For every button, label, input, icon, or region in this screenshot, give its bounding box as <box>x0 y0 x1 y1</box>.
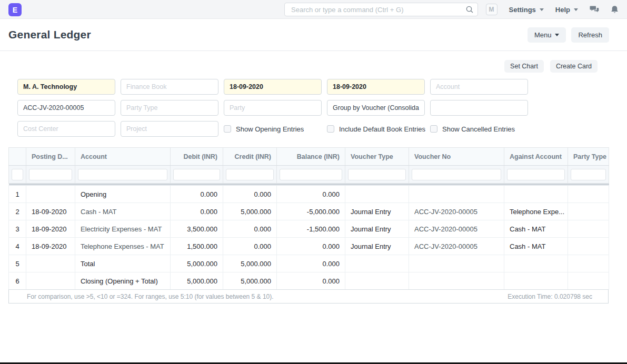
cell-row-index: 3 <box>9 220 26 238</box>
menu-button-label: Menu <box>534 31 552 39</box>
chevron-down-icon <box>555 34 559 36</box>
column-filter-account[interactable] <box>78 169 167 180</box>
show-cancelled-entries-label: Show Cancelled Entries <box>442 125 515 133</box>
finance-book-filter[interactable] <box>121 79 218 95</box>
cell-voucher-type <box>345 186 409 203</box>
report-filters: Show Opening Entries Include Default Boo… <box>0 73 627 147</box>
settings-menu[interactable]: Settings <box>509 6 544 14</box>
bell-icon[interactable] <box>611 5 619 14</box>
cell-balance: 0.000 <box>277 255 345 272</box>
cell-credit: 0.000 <box>223 238 277 255</box>
app-logo[interactable]: E <box>8 3 22 16</box>
column-filter-posting-date[interactable] <box>29 169 72 180</box>
column-header-debit[interactable]: Debit (INR) <box>171 148 223 166</box>
cell-account[interactable]: Cash - MAT <box>75 203 171 220</box>
cell-debit: 1,500.000 <box>171 238 223 255</box>
cell-posting-date <box>26 272 75 290</box>
cell-account[interactable]: Electricity Expenses - MAT <box>75 220 171 238</box>
cell-voucher-type: Journal Entry <box>345 203 409 220</box>
column-header-balance[interactable]: Balance (INR) <box>277 148 345 166</box>
cell-voucher-type <box>345 255 409 272</box>
column-header-voucher-no[interactable]: Voucher No <box>409 148 504 166</box>
voucher-no-filter[interactable] <box>17 100 115 116</box>
column-header-account[interactable]: Account <box>75 148 171 166</box>
column-filter-credit[interactable] <box>226 169 274 180</box>
filter-hint-text: For comparison, use >5, <10 or =324. For… <box>27 293 274 300</box>
navbar-right: M Settings Help <box>486 0 619 19</box>
cell-account: Closing (Opening + Total) <box>75 272 171 290</box>
show-opening-entries-checkbox[interactable]: Show Opening Entries <box>224 125 322 133</box>
report-table: Posting D... Account Debit (INR) Credit … <box>8 147 609 304</box>
cell-posting-date <box>26 255 75 272</box>
help-menu[interactable]: Help <box>555 6 578 14</box>
set-chart-button[interactable]: Set Chart <box>504 60 544 73</box>
table-footer: For comparison, use >5, <10 or =324. For… <box>8 289 609 304</box>
chevron-down-icon <box>574 8 578 11</box>
table-row: 1 Opening 0.000 0.000 0.000 <box>9 186 609 203</box>
search-input[interactable] <box>284 3 478 16</box>
column-header-credit[interactable]: Credit (INR) <box>223 148 277 166</box>
page-title: General Ledger <box>8 28 91 41</box>
company-filter[interactable] <box>17 79 115 95</box>
cell-against-account: Cash - MAT <box>504 220 568 238</box>
cell-row-index: 5 <box>9 255 26 272</box>
column-header-against-account[interactable]: Against Account <box>504 148 568 166</box>
from-date-filter[interactable] <box>224 79 322 95</box>
cell-voucher-no[interactable]: ACC-JV-2020-00005 <box>409 238 504 255</box>
cell-party-type <box>568 255 609 272</box>
column-filter-balance[interactable] <box>280 169 342 180</box>
cell-voucher-no <box>409 272 504 290</box>
cell-credit: 0.000 <box>223 186 277 203</box>
table-filter-row <box>9 166 609 184</box>
show-cancelled-entries-checkbox[interactable]: Show Cancelled Entries <box>430 125 528 133</box>
report-actions: Set Chart Create Card <box>0 51 627 73</box>
cell-voucher-no <box>409 255 504 272</box>
cell-account: Opening <box>75 186 171 203</box>
cell-account: Total <box>75 255 171 272</box>
cost-center-filter[interactable] <box>17 121 115 137</box>
cell-balance: -5,000.000 <box>277 203 345 220</box>
account-filter[interactable] <box>430 79 528 95</box>
cell-posting-date: 18-09-2020 <box>26 238 75 255</box>
column-filter-debit[interactable] <box>173 169 220 180</box>
column-filter-voucher-type[interactable] <box>348 169 406 180</box>
cell-voucher-no[interactable]: ACC-JV-2020-00005 <box>409 220 504 238</box>
refresh-button[interactable]: Refresh <box>571 27 609 43</box>
cell-against-account <box>504 186 568 203</box>
show-opening-entries-label: Show Opening Entries <box>236 125 304 133</box>
cell-balance: -1,500.000 <box>277 220 345 238</box>
cell-party-type <box>568 272 609 290</box>
avatar[interactable]: M <box>486 4 497 15</box>
party-type-filter[interactable] <box>121 100 218 116</box>
cell-credit: 5,000.000 <box>223 255 277 272</box>
project-filter[interactable] <box>121 121 218 137</box>
to-date-filter[interactable] <box>327 79 425 95</box>
table-row: 4 18-09-2020 Telephone Expenses - MAT 1,… <box>9 238 609 255</box>
cell-row-index: 4 <box>9 238 26 255</box>
column-filter-voucher-no[interactable] <box>412 169 501 180</box>
column-header-posting-date[interactable]: Posting D... <box>26 148 75 166</box>
menu-button[interactable]: Menu <box>528 27 566 43</box>
search-icon <box>465 5 474 14</box>
cell-voucher-no[interactable]: ACC-JV-2020-00005 <box>409 203 504 220</box>
extra-filter[interactable] <box>430 100 528 116</box>
help-label: Help <box>555 6 570 14</box>
group-by-select[interactable] <box>327 100 425 116</box>
column-filter-against-account[interactable] <box>507 169 565 180</box>
chat-icon[interactable] <box>590 5 599 14</box>
create-card-button[interactable]: Create Card <box>550 60 598 73</box>
column-filter-party-type[interactable] <box>571 169 606 180</box>
table-row: 3 18-09-2020 Electricity Expenses - MAT … <box>9 220 609 238</box>
party-filter[interactable] <box>224 100 322 116</box>
cell-debit: 5,000.000 <box>171 255 223 272</box>
column-header-voucher-type[interactable]: Voucher Type <box>345 148 409 166</box>
cell-against-account <box>504 272 568 290</box>
column-filter-index[interactable] <box>12 169 23 180</box>
chevron-down-icon <box>540 8 544 11</box>
cell-account[interactable]: Telephone Expenses - MAT <box>75 238 171 255</box>
cell-party-type <box>568 220 609 238</box>
column-header-party-type[interactable]: Party Type <box>568 148 609 166</box>
include-default-book-entries-label: Include Default Book Entries <box>339 125 425 133</box>
cell-posting-date: 18-09-2020 <box>26 203 75 220</box>
include-default-book-entries-checkbox[interactable]: Include Default Book Entries <box>327 125 425 133</box>
